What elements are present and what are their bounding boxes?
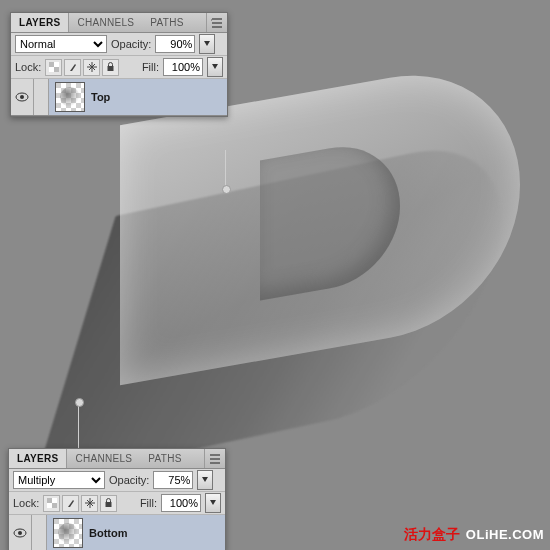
watermark: 活力盒子 OLiHE.COM (404, 526, 544, 544)
lock-buttons (45, 59, 119, 76)
lock-transparency-icon[interactable] (43, 495, 60, 512)
tab-channels[interactable]: CHANNELS (67, 449, 140, 468)
callout-line-top (225, 150, 226, 190)
lock-position-icon[interactable] (83, 59, 100, 76)
layer-row[interactable]: Top (11, 79, 227, 116)
svg-rect-3 (108, 66, 114, 71)
svg-rect-7 (47, 498, 52, 503)
panel-tab-bar: LAYERS CHANNELS PATHS (9, 449, 225, 469)
panel-tab-bar: LAYERS CHANNELS PATHS (11, 13, 227, 33)
svg-rect-1 (49, 62, 54, 67)
opacity-input[interactable] (155, 35, 195, 53)
visibility-eye-icon[interactable] (9, 515, 32, 550)
lock-pixels-icon[interactable] (64, 59, 81, 76)
fill-input[interactable] (163, 58, 203, 76)
lock-fill-row: Lock: Fill: (11, 56, 227, 79)
panel-menu-icon[interactable] (206, 13, 227, 32)
layer-name[interactable]: Top (91, 91, 110, 103)
panel-menu-icon[interactable] (204, 449, 225, 468)
callout-line-bottom (78, 402, 79, 450)
link-column (32, 515, 47, 550)
lock-label: Lock: (13, 497, 39, 509)
opacity-label: Opacity: (111, 38, 151, 50)
layers-panel-top: LAYERS CHANNELS PATHS Normal Opacity: Lo… (10, 12, 228, 117)
lock-all-icon[interactable] (102, 59, 119, 76)
opacity-label: Opacity: (109, 474, 149, 486)
blend-mode-select[interactable]: Normal (15, 35, 107, 53)
tab-paths[interactable]: PATHS (142, 13, 191, 32)
lock-all-icon[interactable] (100, 495, 117, 512)
svg-rect-9 (106, 502, 112, 507)
layer-name[interactable]: Bottom (89, 527, 128, 539)
opacity-flyout-icon[interactable] (197, 470, 213, 490)
visibility-eye-icon[interactable] (11, 79, 34, 115)
layer-thumbnail[interactable] (53, 518, 83, 548)
fill-flyout-icon[interactable] (205, 493, 221, 513)
layers-panel-bottom: LAYERS CHANNELS PATHS Multiply Opacity: … (8, 448, 226, 550)
lock-fill-row: Lock: Fill: (9, 492, 225, 515)
watermark-cn: 活力盒子 (404, 526, 460, 544)
lock-position-icon[interactable] (81, 495, 98, 512)
link-column (34, 79, 49, 115)
svg-rect-2 (54, 67, 59, 72)
blend-opacity-row: Multiply Opacity: (9, 469, 225, 492)
lock-label: Lock: (15, 61, 41, 73)
lock-buttons (43, 495, 117, 512)
blend-mode-select[interactable]: Multiply (13, 471, 105, 489)
tab-layers[interactable]: LAYERS (9, 449, 67, 468)
watermark-en: OLiHE.COM (466, 527, 544, 542)
fill-label: Fill: (140, 497, 157, 509)
tab-channels[interactable]: CHANNELS (69, 13, 142, 32)
tab-layers[interactable]: LAYERS (11, 13, 69, 32)
layer-row[interactable]: Bottom (9, 515, 225, 550)
fill-flyout-icon[interactable] (207, 57, 223, 77)
layer-thumbnail[interactable] (55, 82, 85, 112)
svg-point-5 (20, 95, 24, 99)
svg-rect-8 (52, 503, 57, 508)
fill-label: Fill: (142, 61, 159, 73)
opacity-flyout-icon[interactable] (199, 34, 215, 54)
lock-transparency-icon[interactable] (45, 59, 62, 76)
blend-opacity-row: Normal Opacity: (11, 33, 227, 56)
opacity-input[interactable] (153, 471, 193, 489)
tab-paths[interactable]: PATHS (140, 449, 189, 468)
fill-input[interactable] (161, 494, 201, 512)
svg-point-11 (18, 531, 22, 535)
lock-pixels-icon[interactable] (62, 495, 79, 512)
